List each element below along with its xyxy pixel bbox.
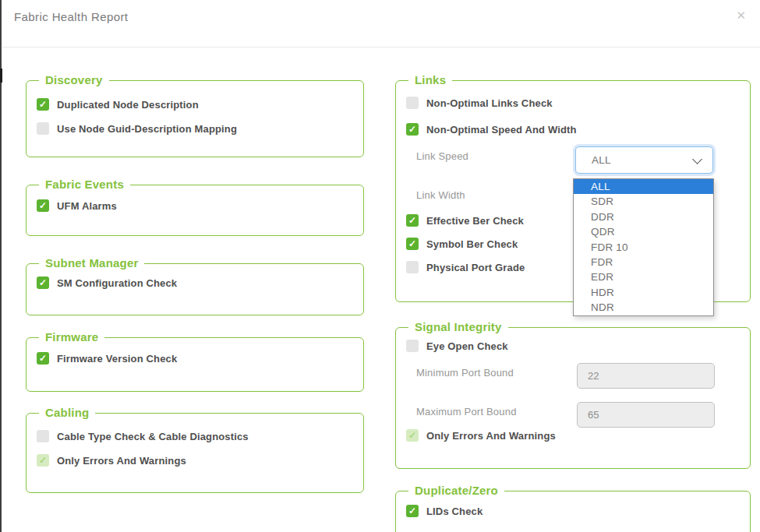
- link-speed-label: Link Speed: [416, 150, 468, 162]
- section-firmware-legend: Firmware: [39, 330, 104, 344]
- link-speed-option-edr[interactable]: EDR: [574, 270, 713, 284]
- checkbox-label: UFM Alarms: [57, 200, 117, 212]
- section-subnet-manager: Subnet Manager ✓ SM Configuration Check: [26, 263, 364, 315]
- section-signal-integrity: Signal Integrity Eye Open Check Minimum …: [395, 327, 751, 469]
- check-icon: ✓: [39, 456, 47, 465]
- link-speed-option-sdr[interactable]: SDR: [574, 194, 713, 209]
- checkbox-row: Non-Optimal Links Check: [406, 97, 553, 109]
- check-icon: ✓: [408, 239, 416, 248]
- lids-check-checkbox[interactable]: ✓: [406, 505, 419, 517]
- checkbox-row: ✓ Firmware Version Check: [37, 352, 177, 365]
- checkbox-row: Physical Port Grade: [406, 261, 525, 273]
- checkbox-label: Duplicated Node Description: [57, 99, 199, 111]
- checkbox-label: Non-Optimal Links Check: [426, 97, 553, 109]
- header-divider: [2, 47, 760, 48]
- checkbox-label: Eye Open Check: [426, 340, 508, 352]
- checkbox-label: Firmware Version Check: [57, 353, 177, 365]
- section-fabric-events: Fabric Events ✓ UFM Alarms: [26, 185, 364, 236]
- checkbox-label: Use Node Guid-Description Mapping: [57, 123, 237, 135]
- checkbox-label: SM Configuration Check: [57, 277, 177, 289]
- maximum-port-bound-input[interactable]: [577, 402, 715, 428]
- non-optimal-links-check-checkbox[interactable]: [406, 97, 419, 109]
- checkbox-label: Symbol Ber Check: [426, 238, 518, 250]
- link-speed-dropdown-list: ALL SDR DDR QDR FDR 10 FDR EDR HDR NDR: [573, 178, 714, 316]
- check-icon: ✓: [408, 216, 416, 225]
- checkbox-label: LIDs Check: [426, 506, 483, 517]
- checkbox-row: ✓ SM Configuration Check: [37, 277, 177, 289]
- symbol-ber-check-checkbox[interactable]: ✓: [406, 238, 419, 250]
- effective-ber-check-checkbox[interactable]: ✓: [406, 214, 419, 227]
- check-icon: ✓: [39, 100, 47, 109]
- link-speed-option-qdr[interactable]: QDR: [574, 224, 713, 239]
- fabric-health-report-dialog: { "window": { "title": "Fabric Health Re…: [0, 0, 760, 532]
- checkbox-row: Cable Type Check & Cable Diagnostics: [37, 430, 249, 442]
- checkbox-label: Only Errors And Warnings: [57, 455, 186, 467]
- dialog-title: Fabric Health Report: [14, 10, 128, 23]
- check-icon: ✓: [39, 278, 47, 287]
- checkbox-row: ✓ Only Errors And Warnings: [406, 429, 556, 442]
- checkbox-label: Only Errors And Warnings: [426, 430, 556, 442]
- physical-port-grade-checkbox[interactable]: [406, 261, 419, 273]
- minimum-port-bound-input[interactable]: [577, 363, 715, 389]
- section-links-legend: Links: [408, 73, 452, 86]
- link-speed-option-ddr[interactable]: DDR: [574, 210, 713, 224]
- firmware-version-check-checkbox[interactable]: ✓: [37, 352, 49, 365]
- minimum-port-bound-label: Minimum Port Bound: [416, 367, 514, 379]
- checkbox-row: ✓ Symbol Ber Check: [406, 238, 518, 250]
- check-icon: ✓: [39, 201, 47, 210]
- link-speed-option-all[interactable]: ALL: [574, 179, 713, 194]
- checkbox-label: Effective Ber Check: [426, 215, 524, 227]
- checkbox-row: ✓ UFM Alarms: [37, 199, 117, 212]
- crop-edge-notch: [0, 69, 2, 83]
- link-speed-option-fdr10[interactable]: FDR 10: [574, 240, 713, 255]
- section-fabric-events-legend: Fabric Events: [39, 178, 130, 191]
- checkbox-label: Non-Optimal Speed And Width: [426, 124, 577, 136]
- section-duplicate-zero: Duplicate/Zero ✓ LIDs Check: [395, 491, 751, 532]
- check-icon: ✓: [408, 506, 416, 516]
- link-speed-select[interactable]: ALL: [575, 146, 713, 174]
- checkbox-row: ✓ Effective Ber Check: [406, 214, 524, 227]
- checkbox-row: ✓ Duplicated Node Description: [37, 98, 199, 111]
- section-discovery-legend: Discovery: [39, 73, 109, 86]
- cable-type-check-checkbox[interactable]: [37, 430, 49, 442]
- checkbox-row: Use Node Guid-Description Mapping: [37, 122, 237, 135]
- check-icon: ✓: [408, 431, 416, 440]
- section-cabling: Cabling Cable Type Check & Cable Diagnos…: [26, 413, 364, 493]
- chevron-down-icon: [692, 154, 702, 164]
- check-icon: ✓: [39, 354, 47, 363]
- use-node-guid-description-mapping-checkbox[interactable]: [37, 122, 49, 135]
- non-optimal-speed-and-width-checkbox[interactable]: ✓: [406, 123, 419, 136]
- ufm-alarms-checkbox[interactable]: ✓: [37, 199, 49, 212]
- checkbox-label: Cable Type Check & Cable Diagnostics: [57, 431, 249, 442]
- link-width-label: Link Width: [416, 189, 465, 201]
- close-icon[interactable]: ✕: [736, 9, 746, 21]
- signal-integrity-only-errors-and-warnings-checkbox[interactable]: ✓: [406, 429, 419, 442]
- checkbox-label: Physical Port Grade: [426, 262, 525, 273]
- section-cabling-legend: Cabling: [39, 406, 95, 419]
- checkbox-row: ✓ Only Errors And Warnings: [37, 454, 186, 467]
- maximum-port-bound-label: Maximum Port Bound: [416, 406, 517, 417]
- section-duplicate-zero-legend: Duplicate/Zero: [408, 484, 504, 497]
- section-subnet-manager-legend: Subnet Manager: [39, 256, 144, 270]
- section-discovery: Discovery ✓ Duplicated Node Description …: [26, 80, 364, 157]
- link-speed-option-ndr[interactable]: NDR: [574, 300, 713, 315]
- section-firmware: Firmware ✓ Firmware Version Check: [26, 337, 364, 392]
- link-speed-option-hdr[interactable]: HDR: [574, 285, 713, 300]
- duplicated-node-description-checkbox[interactable]: ✓: [37, 98, 49, 111]
- eye-open-check-checkbox[interactable]: [406, 340, 419, 352]
- link-speed-value: ALL: [592, 154, 611, 166]
- check-icon: ✓: [408, 125, 416, 134]
- checkbox-row: ✓ Non-Optimal Speed And Width: [406, 123, 577, 136]
- link-speed-option-fdr[interactable]: FDR: [574, 255, 713, 270]
- sm-configuration-check-checkbox[interactable]: ✓: [37, 277, 49, 289]
- checkbox-row: Eye Open Check: [406, 340, 508, 352]
- checkbox-row: ✓ LIDs Check: [406, 505, 483, 517]
- cabling-only-errors-and-warnings-checkbox[interactable]: ✓: [37, 454, 49, 467]
- section-signal-integrity-legend: Signal Integrity: [408, 320, 508, 333]
